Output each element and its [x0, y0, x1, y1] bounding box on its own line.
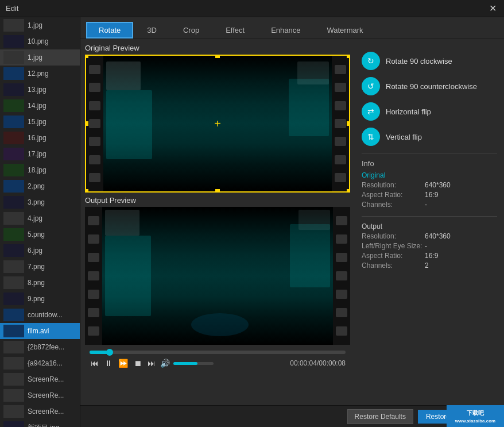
sidebar-thumb — [3, 341, 24, 353]
sidebar-filename: 2.png — [28, 182, 45, 190]
volume-bar[interactable] — [173, 362, 214, 365]
tab-watermark[interactable]: Watermark — [314, 22, 375, 39]
sidebar-thumb — [3, 148, 24, 160]
sidebar-item[interactable]: 3.png — [0, 194, 80, 210]
sidebar-filename: 15.jpg — [28, 118, 46, 126]
tabs-bar: Rotate3DCropEffectEnhanceWatermark — [80, 17, 504, 39]
sidebar-filename: ScreenRe... — [28, 391, 64, 399]
rotate-actions: ↻Rotate 90 clockwise↺Rotate 90 countercl… — [362, 51, 497, 147]
sidebar-item[interactable]: {2b872fee... — [0, 339, 80, 355]
tab-crop[interactable]: Crop — [170, 22, 212, 39]
tab-3d[interactable]: 3D — [134, 22, 169, 39]
sidebar-item[interactable]: 14.jpg — [0, 98, 80, 114]
sidebar-item[interactable]: 15.jpg — [0, 114, 80, 130]
sidebar-item[interactable]: ScreenRe... — [0, 403, 80, 420]
sidebar-thumb — [3, 196, 24, 209]
sidebar-item[interactable]: 13.jpg — [0, 82, 80, 98]
sidebar-item[interactable]: 6.jpg — [0, 243, 80, 259]
rotate-action-0[interactable]: ↻Rotate 90 clockwise — [362, 51, 497, 71]
skip-forward-button[interactable]: ⏭ — [146, 357, 157, 369]
crop-handle-bl[interactable] — [85, 189, 88, 193]
rotate-action-1[interactable]: ↺Rotate 90 counterclockwise — [362, 76, 497, 97]
sidebar-thumb — [3, 244, 24, 257]
output-preview-canvas — [85, 207, 350, 345]
sidebar-thumb — [3, 293, 24, 305]
crop-handle-br[interactable] — [347, 189, 350, 193]
sidebar-item[interactable]: ScreenRe... — [0, 371, 80, 387]
preview-area: Original Preview — [80, 39, 355, 427]
sidebar-item[interactable]: 12.png — [0, 66, 80, 82]
output-film-visual — [85, 207, 350, 345]
fast-forward-button[interactable]: ⏩ — [117, 357, 129, 369]
output-label: Output — [362, 222, 382, 230]
info-title: Info — [362, 159, 497, 168]
output-aspect-val: 16:9 — [425, 252, 438, 260]
sidebar-filename: film.avi — [28, 327, 49, 335]
sidebar-item[interactable]: 17.jpg — [0, 146, 80, 162]
rotate-action-2[interactable]: ⇄Horizontal flip — [362, 101, 497, 122]
sidebar-thumb — [3, 67, 24, 80]
sidebar-thumb — [3, 228, 24, 241]
rotate-action-3[interactable]: ⇅Vertical flip — [362, 126, 497, 147]
sidebar-item[interactable]: 18.jpg — [0, 162, 80, 178]
crop-handle-tr[interactable] — [347, 55, 350, 58]
sidebar-item[interactable]: 9.png — [0, 291, 80, 307]
original-channels-val: - — [425, 201, 427, 209]
crop-handle-tc[interactable] — [215, 55, 220, 58]
output-film-holes-right — [333, 207, 350, 345]
crop-handle-tl[interactable] — [85, 55, 88, 58]
sidebar-item[interactable]: 2.png — [0, 178, 80, 194]
close-button[interactable]: ✕ — [487, 3, 498, 14]
progress-bar[interactable] — [90, 351, 346, 354]
sidebar-item[interactable]: 1.jpg — [0, 17, 80, 33]
sidebar-item[interactable]: 4.jpg — [0, 210, 80, 226]
crop-handle-bc[interactable] — [215, 189, 220, 193]
playback-area: ⏮ ⏸ ⏩ ⏹ ⏭ 🔊 00:00:04/00:00:08 — [85, 348, 350, 371]
sidebar-item[interactable]: 16.jpg — [0, 130, 80, 146]
sidebar-item[interactable]: 8.png — [0, 275, 80, 291]
rotate-action-label-1: Rotate 90 counterclockwise — [386, 82, 477, 91]
sidebar-item[interactable]: 10.png — [0, 33, 80, 49]
sidebar-item[interactable]: countdow... — [0, 307, 80, 323]
tab-effect[interactable]: Effect — [213, 22, 257, 39]
sidebar-thumb — [3, 19, 24, 32]
original-label: Original — [362, 171, 385, 179]
output-film-holes-left — [85, 207, 102, 345]
original-resolution-row: Resolution: 640*360 — [362, 181, 497, 189]
sidebar-item[interactable]: 1.jpg — [0, 49, 80, 66]
sidebar-filename: 8.png — [28, 279, 45, 287]
sidebar-filename: 新项目.jpg — [28, 423, 59, 428]
sidebar-item[interactable]: ScreenRe... — [0, 387, 80, 403]
restore-defaults-button[interactable]: Restore Defaults — [347, 409, 413, 424]
sidebar-thumb — [3, 389, 24, 402]
sidebar-filename: 7.png — [28, 263, 45, 271]
sidebar-filename: {a942a16... — [28, 359, 63, 367]
film-holes-left — [86, 56, 103, 191]
controls-row: ⏮ ⏸ ⏩ ⏹ ⏭ 🔊 00:00:04/00:00:08 — [90, 357, 346, 369]
sidebar-filename: 6.jpg — [28, 247, 42, 255]
sidebar-item[interactable]: 5.png — [0, 226, 80, 243]
tab-enhance[interactable]: Enhance — [258, 22, 313, 39]
skip-back-button[interactable]: ⏮ — [90, 357, 100, 369]
rotate-action-icon-2: ⇄ — [362, 102, 380, 121]
sidebar: 1.jpg10.png1.jpg12.png13.jpg14.jpg15.jpg… — [0, 17, 80, 427]
sidebar-thumb — [3, 405, 24, 418]
sidebar-item[interactable]: {a942a16... — [0, 355, 80, 371]
sidebar-filename: countdow... — [28, 311, 63, 319]
output-channels-val: 2 — [425, 261, 429, 270]
crop-handle-mr[interactable] — [347, 121, 350, 126]
sidebar-thumb — [3, 116, 24, 128]
sidebar-thumb — [3, 309, 24, 321]
stop-button[interactable]: ⏹ — [133, 357, 143, 369]
output-eye-row: Left/Right Eye Size: - — [362, 242, 497, 250]
original-aspect-val: 16:9 — [425, 191, 438, 199]
output-channels-row: Channels: 2 — [362, 261, 497, 270]
sidebar-filename: 5.png — [28, 230, 45, 238]
tab-rotate[interactable]: Rotate — [86, 22, 133, 39]
sidebar-item[interactable]: 7.png — [0, 259, 80, 275]
sidebar-item[interactable]: 新项目.jpg — [0, 420, 80, 427]
sidebar-item[interactable]: film.avi — [0, 323, 80, 339]
original-aspect-key: Aspect Ratio: — [362, 191, 425, 199]
play-pause-button[interactable]: ⏸ — [103, 357, 114, 369]
crop-handle-ml[interactable] — [85, 121, 88, 126]
